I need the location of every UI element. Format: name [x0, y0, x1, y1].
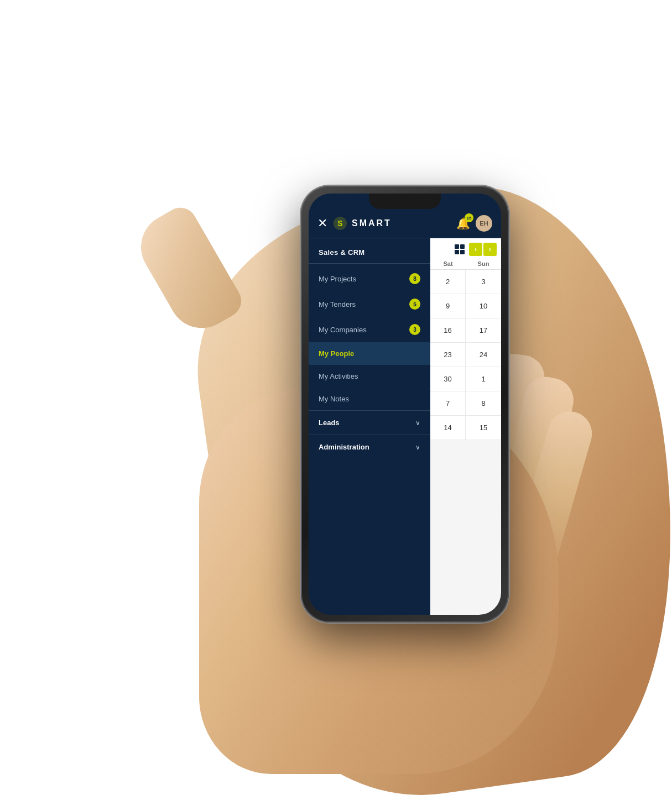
svg-text:S: S — [337, 219, 342, 228]
app-title: SMART — [352, 218, 392, 228]
right-panel: ‹ › Sat Sun 2 3 9 10 — [430, 238, 501, 615]
day-header-sat: Sat — [430, 258, 466, 269]
menu-label-my-tenders: My Tenders — [319, 300, 356, 309]
cal-cell-1[interactable]: 1 — [466, 367, 501, 391]
smart-logo-icon: S — [333, 216, 347, 231]
grid-view-icon[interactable] — [454, 243, 466, 255]
close-button[interactable]: ✕ — [317, 216, 327, 231]
section-divider-top — [309, 263, 430, 264]
menu-label-my-projects: My Projects — [319, 275, 356, 283]
notification-count: 15 — [465, 213, 473, 222]
calendar-grid: 2 3 9 10 16 17 23 24 30 1 7 8 14 15 — [430, 270, 501, 440]
phone-screen: ✕ S SMART 🔔 15 EH — [309, 194, 501, 615]
leads-chevron-icon: ∨ — [415, 419, 420, 427]
grid-cell-3 — [455, 250, 459, 254]
sidebar-item-my-companies[interactable]: My Companies 3 — [309, 317, 430, 342]
cal-cell-10[interactable]: 10 — [466, 294, 501, 318]
next-month-button[interactable]: › — [483, 243, 497, 256]
header-logo: S SMART — [333, 216, 456, 231]
notch — [369, 194, 441, 209]
cal-cell-30[interactable]: 30 — [430, 367, 466, 391]
sidebar-item-my-projects[interactable]: My Projects 8 — [309, 266, 430, 291]
leads-section[interactable]: Leads ∨ — [309, 410, 430, 435]
bell-container[interactable]: 🔔 15 — [456, 217, 470, 230]
cal-cell-17[interactable]: 17 — [466, 318, 501, 343]
user-avatar[interactable]: EH — [476, 215, 492, 232]
cal-cell-16[interactable]: 16 — [430, 318, 466, 343]
cal-cell-14[interactable]: 14 — [430, 416, 466, 440]
badge-my-projects: 8 — [409, 273, 420, 284]
cal-cell-8[interactable]: 8 — [466, 391, 501, 416]
sidebar-item-my-tenders[interactable]: My Tenders 5 — [309, 291, 430, 317]
scene: ✕ S SMART 🔔 15 EH — [0, 0, 672, 800]
phone-shell: ✕ S SMART 🔔 15 EH — [301, 186, 509, 623]
sidebar-item-my-people[interactable]: My People — [309, 342, 430, 365]
administration-label: Administration — [319, 443, 369, 451]
menu-label-my-people: My People — [319, 349, 354, 358]
cal-cell-7[interactable]: 7 — [430, 391, 466, 416]
sidebar-item-my-activities[interactable]: My Activities — [309, 365, 430, 388]
calendar-header: ‹ › — [430, 238, 501, 258]
calendar-days-header: Sat Sun — [430, 258, 501, 270]
badge-my-companies: 3 — [409, 324, 420, 335]
grid-cell-2 — [460, 244, 465, 249]
sidebar: Sales & CRM My Projects 8 My Tenders 5 — [309, 238, 430, 615]
grid-cell-1 — [455, 244, 459, 249]
section-title: Sales & CRM — [309, 238, 430, 263]
header-actions: 🔔 15 EH — [456, 215, 492, 232]
leads-label: Leads — [319, 419, 340, 427]
administration-section[interactable]: Administration ∨ — [309, 435, 430, 459]
cal-cell-24[interactable]: 24 — [466, 343, 501, 367]
cal-cell-3[interactable]: 3 — [466, 270, 501, 294]
administration-chevron-icon: ∨ — [415, 443, 420, 451]
day-header-sun: Sun — [466, 258, 501, 269]
grid-cell-4 — [460, 250, 465, 254]
calendar-navigation: ‹ › — [469, 243, 497, 256]
menu-label-my-activities: My Activities — [319, 372, 358, 380]
cal-cell-15[interactable]: 15 — [466, 416, 501, 440]
cal-cell-2[interactable]: 2 — [430, 270, 466, 294]
app-header: ✕ S SMART 🔔 15 EH — [309, 209, 501, 238]
cal-cell-9[interactable]: 9 — [430, 294, 466, 318]
menu-label-my-notes: My Notes — [319, 395, 349, 403]
badge-my-tenders: 5 — [409, 299, 420, 310]
cal-cell-23[interactable]: 23 — [430, 343, 466, 367]
menu-label-my-companies: My Companies — [319, 326, 367, 334]
prev-month-button[interactable]: ‹ — [469, 243, 482, 256]
sidebar-item-my-notes[interactable]: My Notes — [309, 388, 430, 410]
